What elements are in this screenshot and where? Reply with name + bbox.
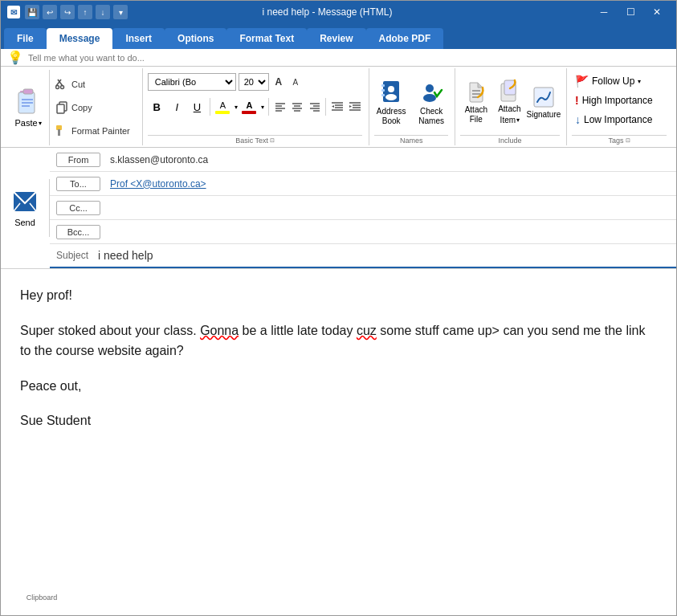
separator-1 — [210, 98, 210, 116]
cc-input[interactable] — [107, 199, 676, 217]
maximize-button[interactable]: ☐ — [618, 1, 643, 23]
tab-review[interactable]: Review — [307, 28, 365, 49]
bcc-input[interactable] — [107, 223, 676, 241]
copy-icon — [55, 101, 68, 114]
outlook-window: ✉ 💾 ↩ ↪ ↑ ↓ ▾ i need help - Message (HTM… — [0, 0, 677, 616]
title-bar-controls: 💾 ↩ ↪ ↑ ↓ ▾ — [25, 5, 128, 19]
highlight-icon: A — [220, 100, 226, 110]
body-line1: Hey prof! — [20, 285, 657, 306]
align-center-button[interactable] — [289, 98, 305, 116]
increase-font-size-button[interactable]: A — [271, 75, 286, 89]
font-row: Calibri (Bo 20 A A — [148, 73, 363, 91]
align-left-button[interactable] — [272, 98, 288, 116]
cuz-word: cuz — [357, 324, 377, 337]
svg-rect-3 — [22, 99, 33, 100]
follow-up-button[interactable]: 🚩 Follow Up ▾ — [572, 73, 667, 89]
low-importance-button[interactable]: ↓ Low Importance — [572, 112, 667, 128]
basic-text-group: Calibri (Bo 20 A A B I U — [145, 68, 370, 145]
close-button[interactable]: ✕ — [644, 1, 670, 23]
address-book-button[interactable]: AddressBook — [373, 75, 410, 130]
decrease-indent-button[interactable] — [329, 98, 345, 116]
tab-options[interactable]: Options — [165, 28, 226, 49]
attach-file-button[interactable]: AttachFile — [460, 77, 492, 129]
lightbulb-icon: 💡 — [7, 50, 23, 65]
svg-marker-35 — [349, 105, 352, 108]
underline-button[interactable]: U — [188, 96, 206, 117]
from-button[interactable]: From — [56, 153, 100, 167]
increase-indent-button[interactable] — [347, 98, 363, 116]
names-group-content: AddressBook CheckNames — [374, 70, 447, 135]
title-bar: ✉ 💾 ↩ ↪ ↑ ↓ ▾ i need help - Message (HTM… — [1, 1, 676, 23]
font-family-select[interactable]: Calibri (Bo — [148, 73, 236, 91]
names-group-label: Names — [374, 135, 447, 145]
quick-access-down[interactable]: ↓ — [96, 5, 110, 19]
paste-button[interactable]: Paste ▾ — [7, 70, 50, 145]
decrease-font-size-button[interactable]: A — [288, 75, 303, 89]
subject-label: Subject — [50, 247, 95, 264]
quick-access-redo[interactable]: ↪ — [60, 5, 75, 19]
app-icon: ✉ — [7, 6, 20, 18]
svg-marker-30 — [332, 105, 334, 108]
bold-button[interactable]: B — [148, 96, 166, 117]
quick-access-up[interactable]: ↑ — [78, 5, 92, 19]
attach-item-button[interactable]: Attach Item▾ — [494, 76, 526, 129]
font-color-button[interactable]: A — [240, 96, 259, 117]
italic-button[interactable]: I — [168, 96, 186, 117]
gonna-word: Gonna — [200, 324, 239, 337]
tab-adobe-pdf[interactable]: Adobe PDF — [366, 28, 444, 49]
separator-2 — [268, 98, 269, 116]
bcc-button[interactable]: Bcc... — [56, 225, 100, 239]
send-button[interactable]: Send — [1, 179, 50, 237]
font-color-icon: A — [246, 100, 252, 110]
high-importance-button[interactable]: ! High Importance — [572, 92, 667, 108]
signature-button[interactable]: Signature — [528, 82, 560, 124]
high-importance-label: High Importance — [582, 95, 653, 106]
minimize-button[interactable]: ─ — [591, 1, 617, 23]
cut-button[interactable]: Cut — [53, 76, 133, 92]
attach-file-icon — [465, 81, 487, 104]
align-right-button[interactable] — [307, 98, 323, 116]
paste-dropdown-icon: ▾ — [39, 120, 42, 127]
follow-up-flag-icon: 🚩 — [575, 75, 589, 88]
tab-file[interactable]: File — [4, 28, 47, 49]
cc-button[interactable]: Cc... — [56, 201, 100, 215]
tags-expand-icon[interactable]: ⊡ — [626, 137, 630, 144]
from-row: From s.klassen@utoronto.ca — [50, 148, 676, 172]
tab-insert[interactable]: Insert — [112, 28, 165, 49]
send-label: Send — [14, 218, 35, 227]
quick-access-more[interactable]: ▾ — [113, 5, 128, 19]
highlight-dropdown[interactable]: ▾ — [234, 104, 239, 111]
paste-label: Paste — [14, 118, 37, 128]
font-size-select[interactable]: 20 — [239, 73, 269, 91]
cut-label: Cut — [71, 80, 85, 89]
check-names-button[interactable]: CheckNames — [413, 75, 450, 130]
address-book-label: AddressBook — [377, 107, 406, 126]
svg-point-8 — [56, 85, 59, 88]
attach-item-dropdown-icon[interactable]: ▾ — [516, 116, 520, 124]
svg-rect-5 — [22, 105, 30, 107]
to-button[interactable]: To... — [56, 177, 100, 191]
quick-access-save[interactable]: 💾 — [25, 5, 39, 19]
tags-content: 🚩 Follow Up ▾ ! High Importance ↓ Low Im… — [572, 70, 667, 135]
basic-text-expand-icon[interactable]: ⊡ — [270, 137, 275, 144]
signature-label: Signature — [527, 110, 561, 120]
cc-row: Cc... — [50, 196, 676, 220]
cut-icon — [55, 78, 68, 91]
quick-access-undo[interactable]: ↩ — [43, 5, 57, 19]
highlight-color-button[interactable]: A — [214, 96, 232, 117]
follow-up-dropdown-icon[interactable]: ▾ — [638, 78, 641, 85]
svg-point-41 — [385, 94, 397, 100]
tell-me-input[interactable] — [28, 53, 670, 63]
subject-input[interactable] — [95, 246, 676, 265]
tab-message[interactable]: Message — [47, 28, 113, 49]
email-body[interactable]: Hey prof! Super stoked about your class.… — [1, 269, 676, 615]
svg-rect-49 — [534, 88, 553, 107]
to-row: To... Prof <X@utoronto.ca> — [50, 172, 676, 196]
font-color-dropdown[interactable]: ▾ — [260, 104, 265, 111]
svg-rect-13 — [58, 129, 60, 136]
tab-format-text[interactable]: Format Text — [226, 28, 307, 49]
copy-button[interactable]: Copy — [53, 100, 133, 116]
attach-item-icon — [499, 80, 521, 103]
check-names-label: CheckNames — [418, 107, 444, 126]
format-painter-button[interactable]: Format Painter — [53, 123, 133, 139]
